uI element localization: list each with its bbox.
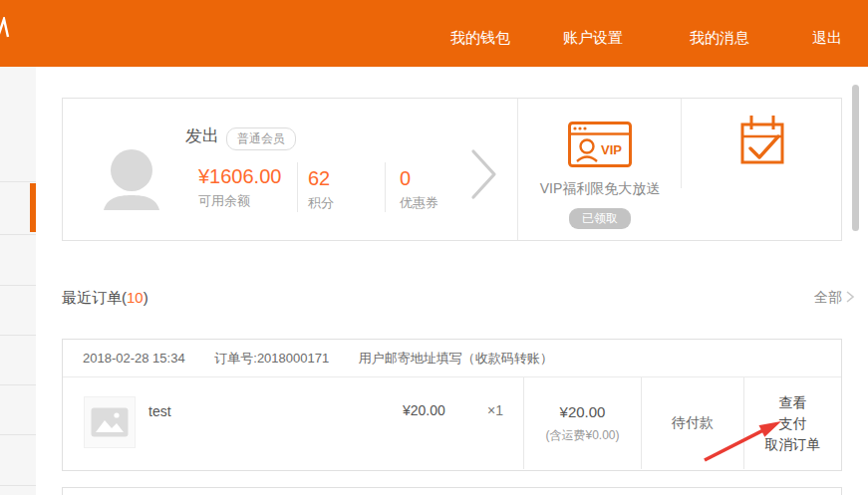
- sidebar-item[interactable]: [0, 486, 36, 495]
- username: 发出: [185, 124, 219, 147]
- order-status-column: 待付款: [641, 377, 743, 469]
- coupons-value: 0: [400, 168, 438, 189]
- points-label: 积分: [308, 194, 334, 212]
- product-name[interactable]: test: [148, 403, 171, 419]
- image-placeholder-icon: [91, 407, 129, 437]
- scrollbar-thumb[interactable]: [852, 85, 859, 231]
- nav-my-wallet[interactable]: 我的钱包: [450, 29, 510, 48]
- order-total-column: ¥20.00 (含运费¥0.00): [523, 377, 641, 469]
- coupons-stat[interactable]: 0 优惠券: [400, 168, 438, 212]
- order-card: 2018-02-28 15:34 订单号:2018000171 用户邮寄地址填写…: [62, 339, 842, 471]
- sidebar-item[interactable]: [0, 336, 36, 385]
- order-address-note: 用户邮寄地址填写（收款码转账）: [359, 351, 553, 366]
- shipping-note: (含运费¥0.00): [545, 427, 619, 444]
- view-all-label: 全部: [814, 289, 842, 305]
- orders-count: 10: [127, 289, 144, 306]
- pay-order-link[interactable]: 支付: [779, 416, 807, 430]
- next-order-card-partial: [62, 487, 842, 495]
- orders-title-close: ): [144, 289, 148, 306]
- nav-logout[interactable]: 退出: [812, 29, 842, 48]
- divider: [517, 99, 518, 240]
- cancel-order-link[interactable]: 取消订单: [765, 437, 821, 451]
- points-stat[interactable]: 62 积分: [308, 168, 334, 212]
- nav-my-messages[interactable]: 我的消息: [690, 29, 749, 48]
- points-value: 62: [308, 168, 334, 189]
- balance-label: 可用余额: [198, 192, 290, 210]
- chevron-right-icon[interactable]: [469, 148, 499, 200]
- top-navbar: 我的钱包 账户设置 我的消息 退出: [0, 0, 868, 67]
- sidebar-active-indicator: [30, 183, 36, 232]
- vip-promo-title: VIP福利限免大放送: [519, 180, 681, 198]
- avatar: [101, 148, 162, 210]
- sidebar-item[interactable]: [0, 435, 36, 486]
- order-number: 订单号:2018000171: [214, 351, 329, 366]
- collapsed-sidebar: [0, 67, 36, 495]
- order-total: ¥20.00: [560, 403, 606, 420]
- recent-orders-title: 最近订单(10): [62, 289, 148, 308]
- order-item-column: test ¥20.00 ×1: [63, 377, 523, 469]
- coupons-label: 优惠券: [400, 194, 438, 212]
- balance-stat[interactable]: ¥1606.00 可用余额: [198, 166, 290, 210]
- calendar-check-icon: [738, 113, 786, 170]
- vip-claimed-badge[interactable]: 已领取: [569, 208, 631, 229]
- order-datetime: 2018-02-28 15:34: [83, 351, 185, 366]
- sidebar-item[interactable]: [0, 286, 36, 336]
- chevron-right-small-icon: [845, 290, 855, 304]
- product-price: ¥20.00: [403, 402, 445, 418]
- order-card-header: 2018-02-28 15:34 订单号:2018000171 用户邮寄地址填写…: [63, 340, 841, 377]
- order-card-body: test ¥20.00 ×1 ¥20.00 (含运费¥0.00) 待付款 查看 …: [63, 377, 841, 469]
- divider: [297, 162, 298, 212]
- product-thumbnail[interactable]: [84, 396, 136, 448]
- member-level-badge: 普通会员: [226, 127, 296, 150]
- view-all-orders-link[interactable]: 全部: [814, 289, 855, 307]
- orders-title-text: 最近订单(: [62, 289, 127, 306]
- sidebar-item[interactable]: [0, 235, 36, 286]
- nav-account-settings[interactable]: 账户设置: [563, 29, 623, 48]
- vip-promo-cell[interactable]: VIP VIP福利限免大放送 已领取: [519, 99, 681, 240]
- sidebar-item[interactable]: [0, 67, 36, 182]
- svg-text:VIP: VIP: [601, 142, 622, 157]
- user-profile-card: 发出 普通会员 ¥1606.00 可用余额 62 积分 0 优惠券 VIP VI…: [62, 98, 842, 241]
- product-qty: ×1: [487, 402, 503, 418]
- sign-in-cell[interactable]: [682, 99, 842, 240]
- order-status: 待付款: [672, 414, 714, 432]
- view-order-link[interactable]: 查看: [779, 395, 807, 409]
- divider: [385, 162, 386, 212]
- order-actions-column: 查看 支付 取消订单: [743, 377, 841, 469]
- balance-value: ¥1606.00: [198, 166, 290, 187]
- logo-fragment-icon: [0, 17, 10, 39]
- vip-window-icon: VIP: [568, 122, 632, 167]
- sidebar-item[interactable]: [0, 385, 36, 435]
- recent-orders-header: 最近订单(10) 全部: [62, 289, 855, 309]
